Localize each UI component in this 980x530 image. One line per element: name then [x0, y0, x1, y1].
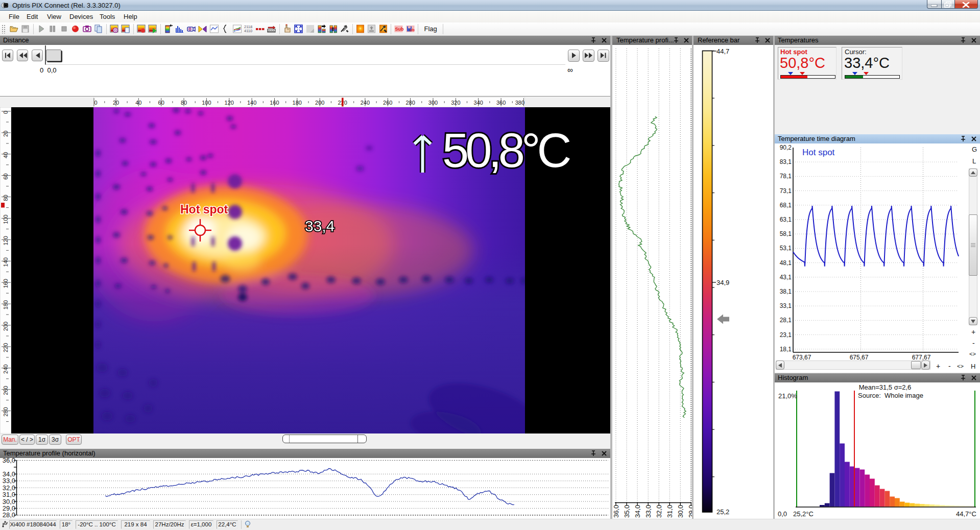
svg-text:63,1: 63,1: [780, 216, 792, 223]
svg-text:60: 60: [3, 174, 9, 180]
svg-text:36,0: 36,0: [3, 458, 15, 464]
svg-text:28,1: 28,1: [780, 317, 792, 324]
svg-text:0: 0: [94, 100, 98, 106]
svg-text:100: 100: [3, 214, 9, 224]
svg-text:Mean=31,5 σ=2,6: Mean=31,5 σ=2,6: [859, 383, 912, 391]
svg-text:31,0: 31,0: [666, 505, 674, 518]
svg-text:280: 280: [3, 407, 9, 416]
svg-text:240: 240: [361, 100, 370, 106]
svg-text:44,7: 44,7: [716, 47, 729, 55]
svg-text:220: 220: [3, 343, 9, 352]
svg-text:35,0: 35,0: [623, 505, 631, 518]
svg-text:160: 160: [3, 279, 9, 288]
svg-text:ub: ub: [410, 28, 415, 32]
svg-text:360: 360: [496, 100, 506, 106]
svg-text:60: 60: [158, 100, 164, 106]
svg-text:40: 40: [3, 152, 9, 158]
svg-text:34,9: 34,9: [716, 279, 729, 286]
svg-text:33,1: 33,1: [780, 302, 792, 309]
svg-text:<>: <>: [969, 351, 976, 357]
svg-text:380: 380: [515, 100, 524, 106]
svg-text:673,67: 673,67: [793, 354, 811, 361]
svg-text:44,7°C: 44,7°C: [956, 510, 976, 518]
svg-text:21,0%: 21,0%: [778, 392, 797, 400]
svg-text:36,0: 36,0: [612, 505, 620, 518]
svg-text:50,8°C: 50,8°C: [442, 124, 570, 177]
svg-text:Source: Whole image: Source: Whole image: [858, 392, 923, 399]
svg-text:Sub: Sub: [395, 27, 404, 32]
svg-text:33,4: 33,4: [305, 218, 334, 234]
svg-text:180: 180: [3, 300, 9, 309]
svg-text:-: -: [948, 362, 951, 370]
svg-text:43,1: 43,1: [780, 274, 792, 281]
svg-text:28,0: 28,0: [3, 511, 15, 519]
svg-text:+: +: [936, 362, 940, 370]
svg-text:29,0: 29,0: [687, 505, 692, 518]
svg-text:100: 100: [202, 100, 211, 106]
svg-text:120: 120: [3, 236, 9, 245]
svg-text:L: L: [972, 157, 976, 165]
svg-text:Hot spot: Hot spot: [180, 203, 228, 216]
svg-text:675,67: 675,67: [850, 354, 869, 361]
svg-text:-: -: [972, 339, 975, 347]
svg-text:58,1: 58,1: [780, 230, 792, 237]
svg-text:68,1: 68,1: [780, 202, 792, 209]
svg-text:Hot spot: Hot spot: [802, 148, 835, 157]
svg-text:677,67: 677,67: [912, 354, 931, 361]
svg-text:80: 80: [181, 100, 187, 106]
svg-text:34,0: 34,0: [634, 505, 641, 518]
svg-text:90,2: 90,2: [780, 144, 792, 151]
svg-text:4110: 4110: [244, 29, 252, 33]
svg-text:53,1: 53,1: [780, 245, 792, 252]
svg-text:73,1: 73,1: [780, 187, 792, 195]
svg-text:20: 20: [3, 131, 9, 137]
svg-text:80: 80: [3, 195, 9, 201]
svg-text:33,0: 33,0: [644, 505, 652, 518]
svg-text:200: 200: [3, 322, 9, 331]
svg-text:280: 280: [405, 100, 415, 106]
svg-text:25,2: 25,2: [716, 508, 729, 516]
svg-text:32,0: 32,0: [655, 505, 663, 518]
svg-text:83,1: 83,1: [780, 158, 792, 165]
svg-text:25,2°C: 25,2°C: [793, 510, 814, 518]
svg-text:260: 260: [383, 100, 392, 106]
svg-text:160: 160: [270, 100, 279, 106]
svg-text:40: 40: [135, 100, 141, 106]
svg-text:78,1: 78,1: [780, 173, 792, 180]
svg-text:260: 260: [3, 386, 9, 395]
svg-text:140: 140: [3, 257, 9, 267]
svg-text:H: H: [971, 363, 975, 370]
svg-text:20: 20: [113, 100, 119, 106]
svg-text:48,1: 48,1: [780, 259, 792, 267]
svg-text:140: 140: [247, 100, 256, 106]
svg-text:+: +: [971, 328, 975, 336]
svg-text:200: 200: [315, 100, 324, 106]
svg-text:18,1: 18,1: [780, 346, 792, 353]
svg-text:23,1: 23,1: [780, 331, 792, 339]
svg-text:300: 300: [428, 100, 438, 106]
svg-text:0,0: 0,0: [778, 510, 787, 518]
svg-text:180: 180: [293, 100, 302, 106]
svg-text:30,0: 30,0: [677, 505, 684, 518]
svg-text:240: 240: [3, 365, 9, 374]
svg-text:340: 340: [474, 100, 483, 106]
svg-text:120: 120: [225, 100, 234, 106]
svg-text:<>: <>: [957, 363, 964, 369]
svg-text:320: 320: [451, 100, 460, 106]
svg-text:G: G: [972, 146, 977, 153]
svg-text:38,1: 38,1: [780, 288, 792, 295]
svg-text:0: 0: [3, 111, 9, 114]
